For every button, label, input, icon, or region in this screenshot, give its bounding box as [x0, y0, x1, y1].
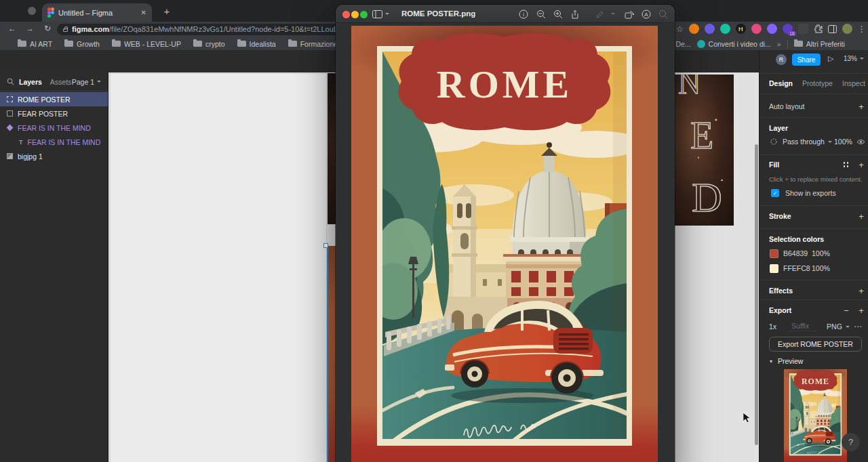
export-more-icon[interactable]: ⋯	[854, 322, 862, 331]
purple-extension-icon[interactable]	[705, 24, 715, 34]
rotate-icon[interactable]	[623, 8, 635, 20]
bookmark-idealista[interactable]: Idealista	[237, 40, 276, 48]
color-opacity: 100%	[812, 264, 830, 272]
preview-app-window[interactable]: ROME POSTER.png i A	[336, 5, 675, 462]
reload-icon[interactable]: ↻	[42, 24, 53, 33]
chevron-down-icon[interactable]	[611, 13, 615, 15]
key-extension-icon[interactable]	[751, 24, 762, 34]
round-extension-icon[interactable]	[767, 24, 777, 34]
export-format-select[interactable]: PNG	[827, 322, 842, 331]
extension-badge: 18	[788, 31, 796, 36]
figma-favicon	[47, 7, 54, 18]
window-close-button[interactable]	[28, 7, 36, 15]
badged-extension-icon[interactable]: 18	[783, 24, 793, 34]
divider	[787, 40, 788, 48]
layer-row-fear-component[interactable]: FEAR IS IN THE MIND	[0, 121, 108, 135]
bookmark-ai-art[interactable]: AI ART	[18, 40, 52, 48]
dark-extension-icon[interactable]	[798, 24, 808, 34]
add-fill-button[interactable]: +	[856, 160, 866, 170]
back-icon[interactable]: ←	[7, 24, 18, 33]
help-button[interactable]: ?	[842, 433, 860, 451]
tab-inspect[interactable]: Inspect	[842, 79, 865, 87]
remove-export-button[interactable]: −	[842, 306, 851, 316]
share-icon[interactable]	[569, 8, 581, 20]
color-swatch[interactable]	[770, 264, 778, 273]
canvas-scrollbar[interactable]	[755, 144, 758, 445]
selection-color-row[interactable]: B64839 100%	[760, 248, 868, 259]
selection-handle[interactable]	[323, 243, 328, 248]
close-icon[interactable]	[342, 11, 350, 18]
preview-title-bar[interactable]: ROME POSTER.png i A	[336, 5, 675, 23]
browser-tab[interactable]: Untitled – Figma ✕	[42, 3, 152, 22]
metamask-extension-icon[interactable]	[689, 24, 699, 34]
add-stroke-button[interactable]: +	[856, 211, 866, 222]
zoom-in-icon[interactable]	[552, 8, 564, 20]
tab-layers[interactable]: Layers	[19, 78, 42, 86]
preview-section-header[interactable]: ▾ Preview	[760, 356, 868, 366]
add-effect-button[interactable]: +	[856, 286, 866, 296]
layer-row-fear-text[interactable]: T FEAR IS IN THE MIND	[0, 135, 108, 149]
sidebar-extension-icon[interactable]	[828, 25, 837, 33]
layer-opacity[interactable]: 100%	[834, 138, 852, 146]
tab-prototype[interactable]: Prototype	[802, 79, 833, 87]
zoom-out-icon[interactable]	[535, 8, 547, 20]
chevron-down-icon[interactable]	[385, 13, 389, 15]
tab-assets[interactable]: Assets	[50, 78, 72, 86]
search-icon[interactable]	[657, 8, 669, 20]
canvas-fear-poster-fragment[interactable]: N E D	[675, 75, 734, 226]
export-rome-poster-button[interactable]: Export ROME POSTER	[769, 337, 862, 352]
styles-icon[interactable]	[843, 162, 849, 168]
info-icon[interactable]: i	[517, 8, 530, 20]
sidebar-toggle-icon[interactable]	[371, 8, 383, 20]
divider	[0, 91, 108, 91]
share-button[interactable]: Share	[792, 54, 821, 66]
folder-icon	[18, 41, 26, 47]
extensions-puzzle-icon[interactable]	[814, 24, 823, 33]
profile-avatar[interactable]	[842, 24, 852, 34]
canvas-frame-fear-poster[interactable]	[111, 74, 326, 462]
blend-mode-icon[interactable]	[770, 138, 777, 145]
frame-icon	[7, 110, 13, 117]
bookmarks-overflow-icon[interactable]: »	[777, 40, 781, 48]
page-selector[interactable]: Page 1	[72, 78, 94, 86]
bookmark-star-icon[interactable]: ☆	[676, 24, 684, 34]
search-icon[interactable]	[7, 78, 14, 85]
blend-mode-select[interactable]: Pass through	[783, 138, 825, 146]
new-tab-button[interactable]: +	[160, 5, 174, 17]
markup-pen-icon[interactable]	[593, 8, 606, 20]
browser-menu-icon[interactable]: ⋮	[858, 24, 866, 34]
teal-extension-icon[interactable]	[720, 24, 730, 34]
checkbox-checked[interactable]: ✓	[771, 189, 779, 197]
bookmark-formazione[interactable]: Formazione	[288, 40, 338, 48]
export-scale[interactable]: 1x	[769, 322, 776, 331]
export-section-title: Export	[769, 306, 791, 314]
suffix-input[interactable]: Suffix	[789, 322, 816, 331]
bookmark-growth[interactable]: Growth	[64, 40, 100, 48]
layer-row-bigjpg[interactable]: bigjpg 1	[0, 149, 108, 163]
zoom-level-control[interactable]: 13%	[844, 55, 864, 62]
layer-row-rome-poster[interactable]: ROME POSTER	[0, 92, 108, 106]
markup-toolbar-icon[interactable]: A	[640, 8, 652, 20]
tab-design[interactable]: Design	[769, 79, 793, 87]
maximize-icon[interactable]	[360, 11, 368, 18]
minimize-icon[interactable]	[351, 11, 359, 18]
present-button[interactable]: ▷	[828, 54, 833, 63]
screen: Untitled – Figma ✕ + ← → ↻ figma.com/fil…	[0, 0, 868, 462]
stroke-section: Stroke +	[760, 211, 868, 222]
bookmark-altri-preferiti[interactable]: Altri Preferiti	[794, 40, 845, 48]
bookmark-converti[interactable]: Converti i video di...	[697, 40, 771, 48]
h-extension-icon[interactable]: H	[736, 24, 746, 34]
tab-close-icon[interactable]: ✕	[141, 9, 146, 16]
layer-row-fear-poster[interactable]: FEAR POSTER	[0, 106, 108, 121]
layer-section-title: Layer	[769, 124, 788, 132]
add-auto-layout-button[interactable]: +	[856, 102, 866, 112]
add-export-button[interactable]: +	[856, 306, 866, 316]
eye-icon[interactable]	[856, 139, 865, 145]
color-swatch[interactable]	[770, 249, 778, 258]
canvas-rome-poster-edge-selected[interactable]	[327, 246, 336, 462]
bookmark-crypto[interactable]: crypto	[193, 40, 225, 48]
avatar[interactable]: R	[776, 54, 787, 65]
forward-icon[interactable]: →	[24, 24, 35, 33]
selection-color-row[interactable]: FFEFC8 100%	[760, 263, 868, 274]
bookmark-web-level-up[interactable]: WEB - LEVEL-UP	[112, 40, 181, 48]
